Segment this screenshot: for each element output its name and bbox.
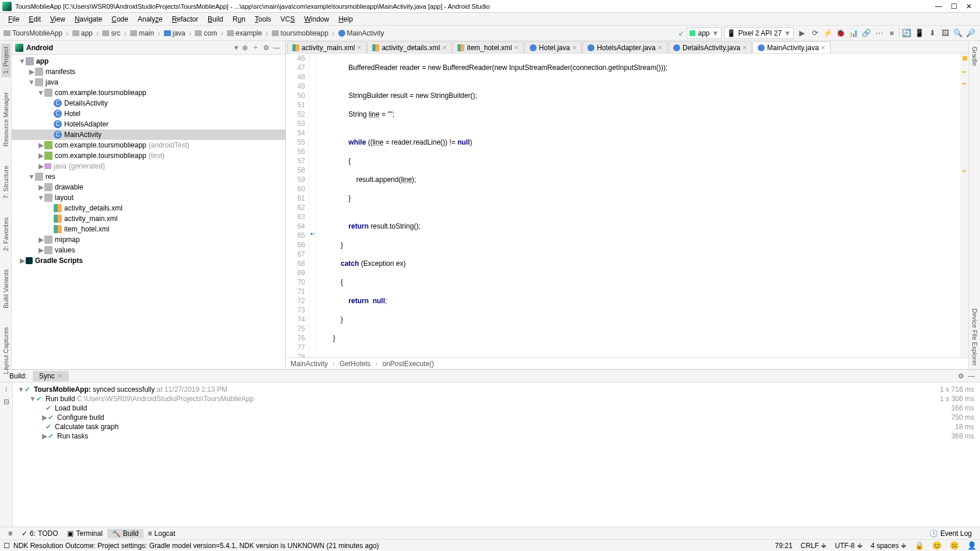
bc-class[interactable]: MainActivity (290, 360, 328, 368)
menu-run[interactable]: Run (228, 14, 250, 24)
close-icon[interactable]: × (743, 44, 747, 52)
close-icon[interactable]: × (572, 44, 576, 52)
device-selector[interactable]: 📱Pixel 2 API 27▼ (724, 27, 794, 39)
vtab-resource-manager[interactable]: Resource Manager (1, 89, 10, 150)
menu-edit[interactable]: Edit (24, 14, 46, 24)
build-configure-build[interactable]: ▶✔Configure build750 ms (13, 413, 980, 422)
stop-button[interactable]: ■ (886, 27, 898, 39)
run-config-module[interactable]: app▼ (687, 27, 722, 39)
editor-scrollbar[interactable] (960, 54, 968, 357)
bc-inner-class[interactable]: GetHotels (340, 360, 370, 368)
debug-button[interactable]: 🐞 (835, 27, 846, 39)
tree-res[interactable]: ▼res (12, 171, 285, 182)
attach-debugger-button[interactable]: 🔗 (860, 27, 872, 39)
bottom-logcat[interactable]: ≡ Logcat (144, 529, 180, 538)
status-indent[interactable]: 4 spaces ≑ (871, 542, 907, 550)
collapse-all-icon[interactable]: ÷ (250, 43, 261, 53)
build-settings-icon[interactable]: ⚙ (956, 372, 966, 380)
menu-build[interactable]: Build (203, 14, 228, 24)
build-load-build[interactable]: ✔Load build166 ms (13, 403, 980, 413)
tree-manifests[interactable]: ▶manifests (12, 66, 285, 77)
bottom-show-icon[interactable]: ≡ (4, 529, 17, 538)
close-icon[interactable]: × (658, 44, 662, 52)
project-view-title[interactable]: Android (26, 44, 231, 52)
sync-gradle-button[interactable]: 🔄 (901, 27, 912, 39)
tab-details-activity[interactable]: DetailsActivity.java× (668, 41, 752, 53)
tree-layout[interactable]: ▼layout (12, 192, 285, 203)
apply-code-changes-button[interactable]: ⚡ (822, 27, 834, 39)
tree-activity-main-xml[interactable]: activity_main.xml (12, 213, 285, 224)
tab-activity-main[interactable]: activity_main.xml× (287, 41, 366, 53)
resource-manager-button[interactable]: 🖼 (939, 27, 951, 39)
crumb-pkg[interactable]: toursmoblieapp (272, 29, 328, 37)
status-encoding[interactable]: UTF-8 ≑ (835, 542, 862, 550)
more-run-button[interactable]: ⋯ (873, 27, 885, 39)
tab-main-activity[interactable]: MainActivity.java× (752, 41, 831, 53)
analysis-warn-icon[interactable] (963, 56, 967, 61)
vtab-project[interactable]: 1: Project (1, 43, 10, 77)
back-icon[interactable]: ↙ (678, 29, 684, 37)
status-icon[interactable]: ☐ (4, 542, 10, 550)
sdk-manager-button[interactable]: ⬇ (926, 27, 938, 39)
close-icon[interactable]: × (357, 44, 361, 52)
vtab-favorites[interactable]: 2: Favorites (1, 214, 10, 254)
collapse-all-icon[interactable]: ⊟ (2, 398, 11, 407)
tree-main-activity[interactable]: CMainActivity (12, 129, 285, 140)
tree-mipmap[interactable]: ▶mipmap (12, 234, 285, 245)
build-root[interactable]: ▼✔ToursMoblieApp: synced successfully at… (13, 385, 980, 394)
build-tab-sync[interactable]: Sync× (33, 371, 69, 381)
bottom-build[interactable]: 🔨 Build (107, 529, 144, 538)
status-position[interactable]: 79:21 (775, 542, 793, 550)
tree-java-generated[interactable]: ▶java(generated) (12, 161, 285, 171)
tree-drawable[interactable]: ▶drawable (12, 182, 285, 192)
vtab-gradle[interactable]: Gradle (970, 43, 979, 69)
avd-manager-button[interactable]: 📱 (914, 27, 925, 39)
tab-hotels-adapter[interactable]: HotelsAdapter.java× (582, 41, 667, 53)
build-calc-graph[interactable]: ✔Calculate task graph18 ms (13, 422, 980, 431)
bc-method[interactable]: onPostExecute() (382, 360, 434, 368)
status-face-sad-icon[interactable]: ☹️ (950, 541, 959, 550)
bottom-event-log[interactable]: 🕓 Event Log (925, 529, 977, 538)
tab-item-hotel[interactable]: item_hotel.xml× (452, 41, 523, 53)
close-button[interactable]: ✕ (965, 2, 973, 10)
profile-button[interactable]: 📊 (848, 27, 859, 39)
menu-tools[interactable]: Tools (250, 14, 276, 24)
code-editor[interactable]: BufferedReader reader = new BufferedRead… (317, 54, 960, 357)
crumb-src[interactable]: src (102, 29, 120, 37)
scroll-from-source-icon[interactable]: ⊕ (240, 43, 250, 53)
bottom-todo[interactable]: ✓ 6: TODO (17, 529, 62, 538)
tree-hotels-adapter[interactable]: CHotelsAdapter (12, 119, 285, 129)
menu-navigate[interactable]: Navigate (70, 14, 107, 24)
menu-view[interactable]: View (46, 14, 70, 24)
close-icon[interactable]: × (514, 44, 519, 52)
expand-all-icon[interactable]: ↕ (2, 385, 11, 394)
tree-values[interactable]: ▶values (12, 245, 285, 255)
tab-hotel[interactable]: Hotel.java× (524, 41, 582, 53)
apply-changes-button[interactable]: ⟳ (809, 27, 821, 39)
build-hide-icon[interactable]: — (966, 372, 977, 380)
crumb-com[interactable]: com (195, 29, 217, 37)
build-run-build[interactable]: ▼✔Run build C:\Users\WSR09\AndroidStudio… (13, 394, 980, 403)
crumb-java[interactable]: java (164, 29, 186, 37)
crumb-project[interactable]: ToursMoblieApp (4, 29, 62, 37)
close-icon[interactable]: × (58, 372, 62, 380)
search-everywhere-button[interactable]: 🔎 (965, 27, 977, 39)
menu-analyze[interactable]: Analyze (133, 14, 167, 24)
status-line-sep[interactable]: CRLF ≑ (801, 542, 827, 550)
hide-panel-icon[interactable]: — (271, 43, 282, 53)
tab-activity-details[interactable]: activity_details.xml× (367, 41, 452, 53)
crumb-app[interactable]: app (72, 29, 93, 37)
menu-help[interactable]: Help (334, 14, 358, 24)
status-user-icon[interactable]: 👤 (967, 541, 977, 550)
vtab-layout-captures[interactable]: Layout Captures (1, 324, 10, 378)
bottom-terminal[interactable]: ▣ Terminal (62, 529, 107, 538)
crumb-example[interactable]: example (227, 29, 262, 37)
menu-window[interactable]: Window (299, 14, 334, 24)
fold-gutter[interactable]: ●↑ (309, 54, 317, 357)
tree-item-hotel-xml[interactable]: item_hotel.xml (12, 224, 285, 234)
run-button[interactable]: ▶ (796, 27, 808, 39)
status-face-happy-icon[interactable]: 😊 (932, 541, 942, 550)
build-run-tasks[interactable]: ▶✔Run tasks368 ms (13, 431, 980, 441)
close-icon[interactable]: × (821, 44, 825, 52)
tree-pkg-main[interactable]: ▼com.example.toursmoblieapp (12, 87, 285, 98)
